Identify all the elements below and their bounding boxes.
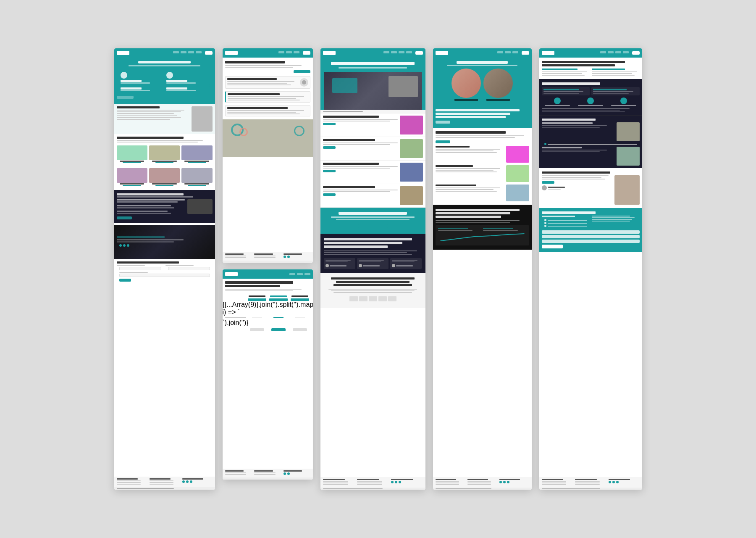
contact-field-3[interactable]	[542, 240, 640, 243]
stars-6	[188, 185, 206, 186]
premium-cta-btn[interactable]	[293, 328, 307, 331]
mock-header-4	[433, 48, 532, 58]
awards-grid	[117, 69, 213, 94]
footer-fb-icon[interactable]	[182, 480, 185, 483]
send-btn[interactable]	[542, 245, 563, 248]
social-icon[interactable]	[287, 472, 290, 475]
hero-sub	[339, 67, 407, 69]
award-num	[121, 80, 142, 82]
tab-web-design[interactable]	[358, 224, 388, 228]
tab-print-media[interactable]	[326, 224, 357, 228]
skillful-section	[320, 234, 425, 273]
tab-responsive[interactable]	[389, 224, 420, 228]
name-input[interactable]	[119, 267, 161, 270]
social-icon[interactable]	[612, 481, 615, 483]
hours-col	[592, 216, 640, 228]
nav-item	[505, 51, 511, 53]
creative-graphics-section	[539, 116, 642, 168]
portfolio-circle-2[interactable]	[483, 69, 513, 98]
social-icon[interactable]	[287, 256, 290, 258]
logo-designs-section	[320, 208, 425, 234]
mockup-card-graphic-design	[539, 48, 642, 490]
call-icon	[544, 219, 546, 221]
avatar-1	[117, 145, 147, 160]
footer-3	[320, 477, 425, 488]
instagram-icon[interactable]	[127, 244, 129, 247]
mock-header-1	[114, 48, 215, 58]
footer-tw-icon[interactable]	[186, 480, 189, 483]
mockup-card-portfolio	[433, 48, 532, 490]
nav-item	[278, 51, 284, 53]
nav-item	[600, 51, 606, 53]
visit-icon	[544, 225, 546, 227]
stars-4	[123, 185, 141, 186]
facebook-icon[interactable]	[119, 244, 122, 247]
header-btn[interactable]	[205, 51, 213, 55]
awards-section	[114, 58, 215, 104]
social-icon[interactable]	[284, 472, 286, 475]
social-icon[interactable]	[503, 481, 506, 483]
social-icon[interactable]	[399, 481, 401, 483]
services-capabilities-cols	[542, 69, 640, 76]
email-input[interactable]	[168, 267, 210, 270]
contact-field-1[interactable]	[542, 230, 640, 234]
footer-resources-title	[150, 478, 171, 480]
design-solutions-section	[433, 128, 532, 205]
logo-3	[323, 51, 336, 55]
footer-2a	[223, 252, 313, 261]
social-icon[interactable]	[499, 481, 502, 483]
nav-4	[497, 51, 529, 55]
award-num	[166, 87, 187, 90]
love-working-section	[539, 168, 642, 208]
basic-price	[248, 298, 266, 301]
header-btn[interactable]	[632, 51, 640, 55]
portfolio-circle-1[interactable]	[452, 69, 481, 98]
nav-item	[512, 51, 518, 53]
award-label	[166, 82, 196, 84]
logo-4	[436, 51, 448, 55]
stars-3	[188, 162, 206, 163]
footer-col	[225, 470, 252, 476]
mock-header-2a	[223, 48, 313, 58]
phone-input[interactable]	[119, 274, 210, 277]
award-cell-3	[119, 86, 164, 92]
nav-item	[304, 273, 310, 275]
header-btn[interactable]	[522, 51, 529, 55]
footer-line	[150, 484, 174, 485]
main-canvas: {[...Array(9)].join('').split('').map((_…	[0, 0, 756, 538]
hero-section	[320, 58, 425, 110]
testimonial-row	[542, 175, 640, 205]
footer-line	[117, 480, 141, 481]
footer-col	[499, 479, 529, 486]
social-icon[interactable]	[609, 481, 611, 483]
contact-field-2[interactable]	[542, 235, 640, 238]
twitter-icon[interactable]	[123, 244, 126, 247]
social-icon[interactable]	[507, 481, 509, 483]
header-btn[interactable]	[415, 51, 423, 55]
header-btn[interactable]	[303, 51, 310, 55]
mock-header-5	[539, 48, 642, 58]
social-icon[interactable]	[284, 256, 286, 258]
basic-cta-btn[interactable]	[250, 328, 264, 331]
avatar-4	[117, 168, 147, 183]
premium-price	[291, 298, 309, 301]
bullet-icon	[544, 143, 546, 145]
avatar-2	[149, 145, 180, 160]
standard-cta-btn[interactable]	[271, 328, 286, 331]
footer-col	[254, 470, 281, 476]
web-design-subsection	[436, 185, 529, 201]
hero-title	[331, 62, 415, 65]
check-row	[544, 143, 637, 145]
nav-item	[391, 51, 397, 53]
social-icon[interactable]	[391, 481, 394, 483]
footer-company-title	[117, 478, 138, 480]
modern-branding-row	[542, 122, 640, 141]
contact-submit-btn[interactable]	[119, 279, 131, 282]
stats-chart	[436, 225, 529, 245]
social-icon[interactable]	[395, 481, 397, 483]
service-item-consulting	[320, 184, 425, 208]
social-icon[interactable]	[616, 481, 619, 483]
footer-col-company	[117, 478, 147, 485]
portfolio-circles	[436, 69, 529, 105]
footer-ig-icon[interactable]	[190, 480, 192, 483]
